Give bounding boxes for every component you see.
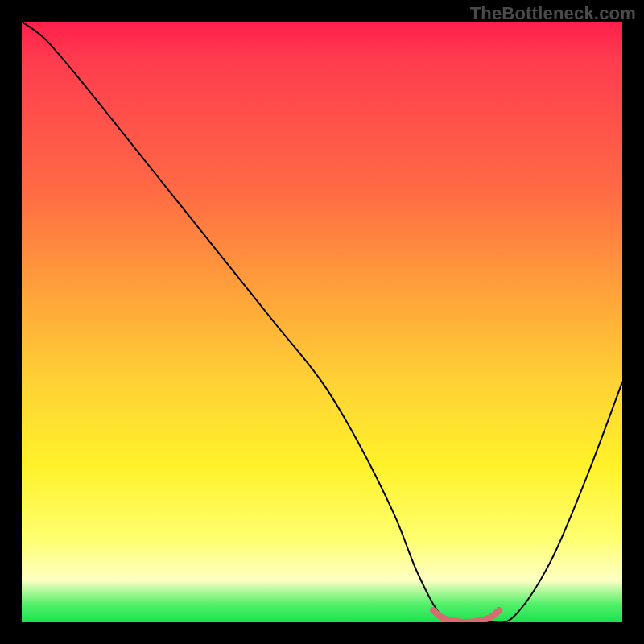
bottleneck-curve-path	[22, 22, 622, 622]
curve-svg	[22, 22, 622, 622]
baseline-segment-path	[433, 610, 499, 622]
watermark-label: TheBottleneck.com	[470, 3, 636, 24]
plot-area	[22, 22, 622, 622]
chart-frame: TheBottleneck.com	[0, 0, 644, 644]
